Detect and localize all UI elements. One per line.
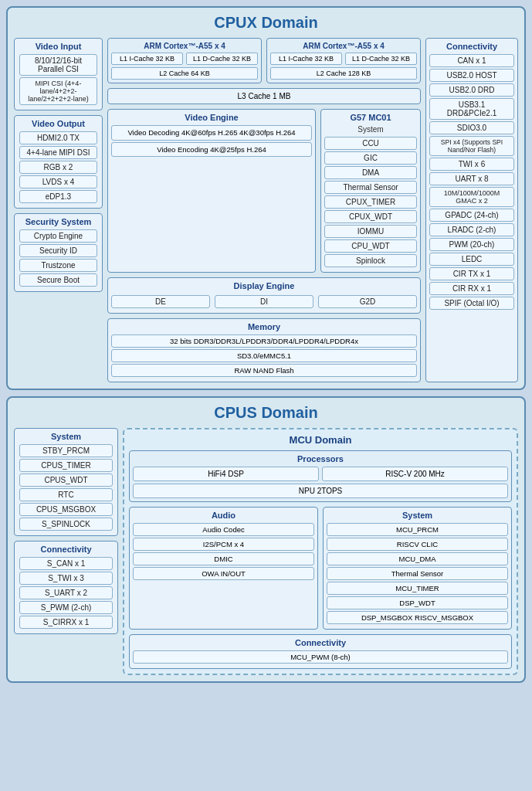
proc-item-1: RISC-V 200 MHz <box>322 467 508 481</box>
arm2-l2: L2 Cache 128 KB <box>270 67 417 80</box>
conn-item-0: CAN x 1 <box>429 54 514 67</box>
video-output-box: Video Output HDMI2.0 TX 4+4-lane MIPI DS… <box>14 115 103 209</box>
cpus-domain: CPUS Domain System STBY_PRCM CPUS_TIMER … <box>6 396 526 683</box>
mcu-audio-title: Audio <box>133 511 314 520</box>
mem-item-2: RAW NAND Flash <box>111 364 417 377</box>
conn-item-13: CIR TX x 1 <box>429 267 514 280</box>
conn-item-3: USB3.1 DRD&PCIe2.1 <box>429 98 514 120</box>
arm1-l1d: L1 D-Cache 32 KB <box>186 53 258 65</box>
mcu-conn-item-0: MCU_PWM (8-ch) <box>133 650 508 664</box>
mcu-audio-box: Audio Audio Codec I2S/PCM x 4 DMIC OWA I… <box>129 507 318 630</box>
security-item-0: Crypto Engine <box>19 229 97 243</box>
conn-item-8: 10M/100M/1000M GMAC x 2 <box>429 187 514 207</box>
g57-item-7: CPU_WDT <box>324 239 417 253</box>
cpus-conn-4: S_CIRRX x 1 <box>19 616 113 629</box>
arm1-l2: L2 Cache 64 KB <box>111 67 258 80</box>
npu-item: NPU 2TOPS <box>133 484 508 498</box>
security-box: Security System Crypto Engine Security I… <box>14 213 103 292</box>
mcu-system-title: System <box>327 511 508 520</box>
video-output-item-1: 4+4-lane MIPI DSI <box>19 146 97 159</box>
arm-core-2: ARM Cortex™-A55 x 4 L1 I-Cache 32 KB L1 … <box>266 38 421 83</box>
g57-item-2: DMA <box>324 166 417 179</box>
audio-item-2: DMIC <box>133 552 314 565</box>
conn-item-6: TWI x 6 <box>429 158 514 171</box>
video-input-box: Video Input 8/10/12/16-bit Parallel CSI … <box>14 38 103 110</box>
video-input-title: Video Input <box>19 42 97 51</box>
memory-title: Memory <box>111 322 417 331</box>
g57-system-title: System <box>324 125 417 134</box>
cpus-conn-title: Connectivity <box>19 545 113 554</box>
proc-item-0: HiFi4 DSP <box>133 467 319 481</box>
g57-item-1: GIC <box>324 151 417 165</box>
video-engine-box: Video Engine Video Decoding 4K@60fps H.2… <box>107 109 316 273</box>
conn-item-14: CIR RX x 1 <box>429 282 514 295</box>
security-item-1: Security ID <box>19 244 97 257</box>
mcu-sys-5: DSP_WDT <box>327 596 508 609</box>
arm-core-1-title: ARM Cortex™-A55 x 4 <box>111 42 258 50</box>
cpux-connectivity-box: Connectivity CAN x 1 USB2.0 HOST USB2.0 … <box>425 38 518 382</box>
g57-item-3: Thermal Sensor <box>324 181 417 194</box>
mcu-sys-3: Thermal Sensor <box>327 567 508 580</box>
arm-core-1: ARM Cortex™-A55 x 4 L1 I-Cache 32 KB L1 … <box>107 38 262 83</box>
audio-item-3: OWA IN/OUT <box>133 567 314 580</box>
conn-item-5: SPI x4 (Supports SPI Nand/Nor Flash) <box>429 136 514 156</box>
cpus-sys-0: STBY_PRCM <box>19 444 113 457</box>
video-output-item-0: HDMI2.0 TX <box>19 131 97 144</box>
mcu-system-box: System MCU_PRCM RISCV CLIC MCU_DMA Therm… <box>323 507 512 630</box>
cpus-conn-3: S_PWM (2-ch) <box>19 601 113 614</box>
cpus-sys-4: CPUS_MSGBOX <box>19 503 113 516</box>
cpux-connectivity-title: Connectivity <box>429 42 514 51</box>
mcu-conn-title: Connectivity <box>133 638 508 647</box>
cpus-conn-0: S_CAN x 1 <box>19 557 113 570</box>
g57-item-8: Spinlock <box>324 254 417 267</box>
mcu-sys-0: MCU_PRCM <box>327 523 508 536</box>
display-engine-title: Display Engine <box>111 281 417 290</box>
ve-item-1: Video Encoding 4K@25fps H.264 <box>111 142 312 157</box>
cpus-sys-3: RTC <box>19 488 113 501</box>
conn-item-1: USB2.0 HOST <box>429 69 514 82</box>
arm1-l1i: L1 I-Cache 32 KB <box>111 53 183 65</box>
arm2-l1d: L1 D-Cache 32 KB <box>345 53 417 65</box>
mcu-sys-2: MCU_DMA <box>327 552 508 565</box>
conn-item-9: GPADC (24-ch) <box>429 209 514 222</box>
de-item-2: G2D <box>318 295 417 308</box>
mcu-sys-6: DSP_MSGBOX RISCV_MSGBOX <box>327 611 508 624</box>
cpus-sys-1: CPUS_TIMER <box>19 459 113 472</box>
mem-item-0: 32 bits DDR3/DDR3L/LPDDR3/DDR4/LPDDR4/LP… <box>111 334 417 348</box>
conn-item-2: USB2.0 DRD <box>429 83 514 97</box>
conn-item-4: SDIO3.0 <box>429 121 514 134</box>
conn-item-11: PWM (20-ch) <box>429 238 514 251</box>
arm-core-2-title: ARM Cortex™-A55 x 4 <box>270 42 417 50</box>
g57-title: G57 MC01 <box>324 113 417 122</box>
video-output-title: Video Output <box>19 119 97 128</box>
video-output-item-4: eDP1.3 <box>19 190 97 203</box>
g57-item-6: IOMMU <box>324 225 417 238</box>
mcu-conn-box: Connectivity MCU_PWM (8-ch) <box>129 634 512 669</box>
g57-box: G57 MC01 System CCU GIC DMA Thermal Sens… <box>320 109 421 273</box>
processors-box: Processors HiFi4 DSP RISC-V 200 MHz NPU … <box>129 450 512 502</box>
arm2-l1i: L1 I-Cache 32 KB <box>270 53 342 65</box>
mcu-sys-4: MCU_TIMER <box>327 582 508 595</box>
g57-item-0: CCU <box>324 137 417 150</box>
security-title: Security System <box>19 217 97 226</box>
video-output-item-3: LVDS x 4 <box>19 175 97 188</box>
de-item-0: DE <box>111 295 210 308</box>
mcu-domain: MCU Domain Processors HiFi4 DSP RISC-V 2… <box>123 428 518 675</box>
audio-item-0: Audio Codec <box>133 523 314 536</box>
cpus-conn-2: S_UART x 2 <box>19 586 113 599</box>
mcu-sys-1: RISCV CLIC <box>327 538 508 551</box>
cpus-conn-box: Connectivity S_CAN x 1 S_TWI x 3 S_UART … <box>14 541 118 634</box>
cpus-system-title: System <box>19 432 113 441</box>
g57-item-5: CPUX_WDT <box>324 210 417 223</box>
security-item-3: Secure Boot <box>19 273 97 287</box>
security-item-2: Trustzone <box>19 259 97 272</box>
cpux-title: CPUX Domain <box>14 14 518 32</box>
memory-box: Memory 32 bits DDR3/DDR3L/LPDDR3/DDR4/LP… <box>107 318 421 382</box>
conn-item-15: SPIF (Octal I/O) <box>429 297 514 310</box>
g57-item-4: CPUX_TIMER <box>324 195 417 209</box>
conn-item-12: LEDC <box>429 253 514 266</box>
cpux-domain: CPUX Domain Video Input 8/10/12/16-bit P… <box>6 6 526 390</box>
audio-item-1: I2S/PCM x 4 <box>133 538 314 551</box>
video-output-item-2: RGB x 2 <box>19 161 97 174</box>
ve-item-0: Video Decoding 4K@60fps H.265 4K@30fps H… <box>111 125 312 141</box>
